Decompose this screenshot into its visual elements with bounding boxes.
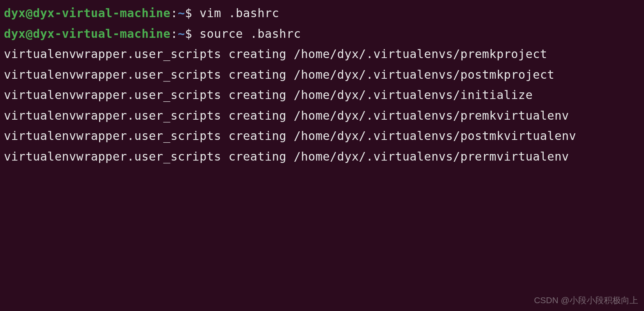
terminal-line: virtualenvwrapper.user_scripts creating … [4, 85, 640, 106]
output-text: virtualenvwrapper.user_scripts creating … [4, 68, 555, 81]
prompt-dollar: $ [185, 27, 199, 41]
terminal-line: virtualenvwrapper.user_scripts creating … [4, 147, 640, 167]
terminal-output[interactable]: dyx@dyx-virtual-machine:~$ vim .bashrcdy… [4, 3, 640, 167]
output-text: virtualenvwrapper.user_scripts creating … [4, 109, 569, 122]
prompt-path: ~ [178, 27, 185, 41]
prompt-dollar: $ [185, 6, 199, 20]
prompt-path: ~ [178, 6, 185, 20]
prompt-colon: : [171, 27, 178, 41]
output-text: virtualenvwrapper.user_scripts creating … [4, 150, 569, 163]
command-text: source .bashrc [199, 27, 301, 41]
output-text: virtualenvwrapper.user_scripts creating … [4, 47, 547, 61]
terminal-line: virtualenvwrapper.user_scripts creating … [4, 126, 640, 147]
prompt-user-host: dyx@dyx-virtual-machine [4, 27, 171, 41]
terminal-line: virtualenvwrapper.user_scripts creating … [4, 65, 640, 85]
output-text: virtualenvwrapper.user_scripts creating … [4, 88, 533, 102]
terminal-line: dyx@dyx-virtual-machine:~$ source .bashr… [4, 24, 640, 44]
output-text: virtualenvwrapper.user_scripts creating … [4, 129, 576, 143]
terminal-line: virtualenvwrapper.user_scripts creating … [4, 106, 640, 126]
terminal-line: virtualenvwrapper.user_scripts creating … [4, 44, 640, 65]
prompt-user-host: dyx@dyx-virtual-machine [4, 6, 171, 20]
prompt-colon: : [171, 6, 178, 20]
terminal-line: dyx@dyx-virtual-machine:~$ vim .bashrc [4, 3, 640, 24]
command-text: vim .bashrc [199, 6, 279, 20]
watermark-text: CSDN @小段小段积极向上 [534, 293, 638, 308]
